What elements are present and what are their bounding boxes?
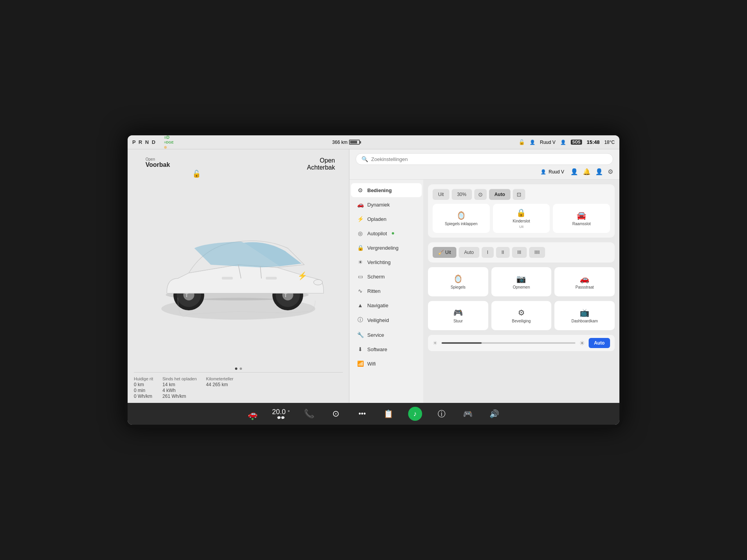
kilometerteller-km: 44 265 km [206, 382, 233, 387]
taskbar-phone-icon[interactable]: 📞 [302, 407, 316, 421]
btn-30[interactable]: 30% [452, 189, 472, 200]
tile-opnemen[interactable]: 📷 Opnemen [491, 267, 552, 296]
wiper-btn-auto[interactable]: Auto [459, 247, 479, 258]
wiper-btn-uit[interactable]: 🧹 Uit [433, 247, 456, 258]
tile-spiegels-inklappen[interactable]: 🪞 Spiegels inklappen [433, 204, 490, 233]
menu-item-bediening[interactable]: ⊙ Bediening [351, 183, 422, 197]
tile-raamsslot[interactable]: 🚘 Raamsslot [553, 204, 610, 233]
taskbar-camera-icon[interactable]: ⊙ [329, 407, 343, 421]
ritten-icon: ∿ [357, 288, 363, 294]
tiles-row-controls: 🎮 Stuur ⚙ Beveiliging 📺 Dashboardkam [428, 301, 615, 330]
passstraat-icon: 🚗 [580, 274, 589, 284]
profile-icon: 👤 [560, 140, 566, 145]
tile-dashboardkam[interactable]: 📺 Dashboardkam [554, 301, 615, 330]
opladen-icon: ⚡ [357, 216, 363, 222]
achterbak-name: Achterbak [307, 164, 335, 171]
btn-uit[interactable]: Uit [433, 189, 449, 200]
left-panel: Open Voorbak Open Achterbak 🔓 [128, 149, 349, 403]
settings-icon-2[interactable]: ⚙ [608, 168, 613, 175]
lock-icon: 🔓 [519, 139, 525, 145]
wiper-btn-4[interactable]: IIII [529, 247, 545, 258]
menu-item-vergrendeling[interactable]: 🔒 Vergrendeling [351, 241, 422, 255]
menu-item-opladen[interactable]: ⚡ Opladen [351, 212, 422, 226]
dashboardkam-icon: 📺 [580, 308, 589, 317]
software-label: Software [367, 346, 387, 352]
lighting-button-row: Uit 30% ⊙ Auto ⊡ [433, 189, 610, 200]
car-image-area: Open Voorbak Open Achterbak 🔓 [134, 153, 343, 365]
taskbar-files-icon[interactable]: 📋 [382, 407, 396, 421]
btn-auto[interactable]: Auto [489, 189, 510, 200]
stats-bar: Huidige rit 0 km 0 min 0 Wh/km Sinds het… [134, 372, 343, 399]
huidige-rit-km: 0 km [134, 382, 153, 387]
svg-rect-11 [266, 277, 277, 280]
tire-pressure-icon: ⊕ [164, 145, 174, 149]
taskbar: 🚗 20.0 ° 💬💬 📞 ⊙ ••• 📋 ♪ ⓘ 🎮 🔊 [128, 403, 619, 425]
car-illustration: ⚡ T T [134, 153, 343, 365]
header-icons: 👤 🔔 👤 ⚙ [570, 168, 613, 175]
verlichting-label: Verlichting [367, 259, 391, 265]
status-right: 🔓 👤 Ruud V 👤 SOS 15:48 18°C [519, 139, 615, 145]
brightness-slider[interactable] [442, 342, 575, 344]
beveiliging-label: Beveiliging [512, 319, 531, 323]
tile-stuur[interactable]: 🎮 Stuur [428, 301, 488, 330]
car-lock-icon: 🔓 [192, 170, 201, 178]
voorbak-open-text: Open [146, 157, 170, 161]
search-icon: 🔍 [361, 156, 368, 162]
taskbar-info-icon[interactable]: ⓘ [435, 407, 449, 421]
menu-item-software[interactable]: ⬇ Software [351, 342, 422, 356]
opladen-whkm: 261 Wh/km [163, 394, 197, 399]
menu-item-veiligheid[interactable]: ⓘ Veiligheid [351, 313, 422, 327]
bediening-icon: ⊙ [357, 187, 363, 193]
voorbak-label: Open Voorbak [146, 157, 170, 168]
wiper-btn-1[interactable]: I [482, 247, 494, 258]
spiegels-inklappen-label: Spiegels inklappen [445, 222, 477, 226]
kilometerteller-stat: Kilometerteller 44 265 km [206, 376, 233, 399]
software-icon: ⬇ [357, 346, 363, 352]
user-name-status: Ruud V [540, 140, 556, 145]
tile-passstraat[interactable]: 🚗 Passstraat [554, 267, 615, 296]
menu-item-autopilot[interactable]: ◎ Autopilot [351, 226, 422, 240]
kinderslot-sub: Uit [519, 225, 523, 229]
settings-icon-1[interactable]: 👤 [595, 168, 603, 175]
profile-icon-2[interactable]: 👤 [570, 168, 578, 175]
bell-icon[interactable]: 🔔 [583, 168, 591, 175]
btn-icon2[interactable]: ⊡ [513, 189, 525, 200]
menu-item-dynamiek[interactable]: 🚗 Dynamiek [351, 198, 422, 212]
menu-item-service[interactable]: 🔧 Service [351, 328, 422, 342]
search-input[interactable] [371, 156, 607, 162]
user-icon-settings: 👤 [540, 169, 546, 175]
navigatie-label: Navigatie [367, 303, 388, 308]
taskbar-more-icon[interactable]: ••• [355, 407, 369, 421]
taskbar-volume-icon[interactable]: 🔊 [487, 407, 502, 421]
menu-item-scherm[interactable]: ▭ Scherm [351, 270, 422, 284]
tile-kinderslot[interactable]: 🔒 Kinderslot Uit [493, 204, 550, 233]
car-notification-dot [252, 418, 254, 420]
menu-item-wifi[interactable]: 📶 Wifi [351, 357, 422, 371]
wiper-btn-3[interactable]: III [512, 247, 527, 258]
menu-item-ritten[interactable]: ∿ Ritten [351, 284, 422, 298]
search-bar[interactable]: 🔍 [356, 153, 613, 165]
battery-icon [349, 140, 360, 145]
service-label: Service [367, 332, 384, 338]
tile-beveiliging[interactable]: ⚙ Beveiliging [491, 301, 552, 330]
menu-item-verlichting[interactable]: ☀ Verlichting [351, 255, 422, 269]
ritten-label: Ritten [367, 288, 381, 294]
taskbar-games-icon[interactable]: 🎮 [461, 407, 475, 421]
achterbak-label: Open Achterbak [307, 157, 335, 171]
service-icon: 🔧 [357, 332, 363, 338]
taskbar-car-icon[interactable]: 🚗 [245, 407, 260, 421]
taskbar-spotify-icon[interactable]: ♪ [408, 407, 422, 421]
wifi-label: Wifi [367, 361, 376, 367]
auto-brightness-btn[interactable]: Auto [589, 338, 610, 348]
svg-rect-10 [222, 277, 233, 280]
page-dots [134, 365, 343, 372]
brightness-icon: ☀ [433, 340, 438, 346]
raamsslot-icon: 🚘 [577, 211, 586, 220]
battery-km: 366 km [332, 140, 347, 145]
dot-1 [235, 368, 237, 370]
menu-item-navigatie[interactable]: ▲ Navigatie [351, 298, 422, 312]
opnemen-label: Opnemen [513, 285, 530, 289]
wiper-btn-2[interactable]: II [496, 247, 510, 258]
tile-spiegels[interactable]: 🪞 Spiegels [428, 267, 488, 296]
btn-icon1[interactable]: ⊙ [474, 189, 487, 200]
